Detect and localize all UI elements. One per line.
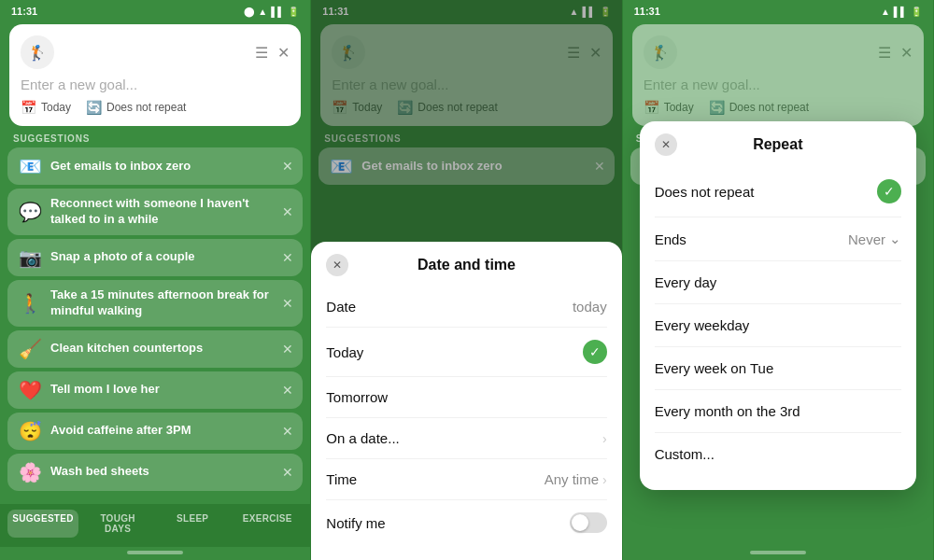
panel-middle: 11:31 ▲ ▌▌ 🔋 🏌️ ☰ ✕ Enter a new goal... … bbox=[311, 0, 622, 560]
close-icon-r: ✕ bbox=[900, 44, 913, 62]
suggestion-text-5: Tell mom I love her bbox=[50, 382, 160, 398]
does-not-repeat-check-icon: ✓ bbox=[877, 179, 901, 203]
repeat-ends-row[interactable]: Ends Never ⌄ bbox=[655, 217, 901, 261]
suggestion-close-0[interactable]: ✕ bbox=[282, 159, 293, 174]
home-indicator-right bbox=[750, 551, 806, 554]
suggestion-text-4: Clean kitchen countertops bbox=[50, 341, 203, 357]
suggestion-close-2[interactable]: ✕ bbox=[282, 250, 293, 265]
ends-chevron-icon: ⌄ bbox=[889, 231, 901, 247]
status-bar-right: 11:31 ▲ ▌▌ 🔋 bbox=[623, 0, 933, 21]
goal-input-r: Enter a new goal... bbox=[644, 75, 913, 94]
suggestion-close-4[interactable]: ✕ bbox=[282, 342, 293, 357]
goal-date-label-r: Today bbox=[664, 101, 694, 114]
goal-input[interactable]: Enter a new goal... bbox=[21, 75, 290, 94]
goal-flag-icon: 🏌️ bbox=[21, 35, 54, 69]
repeat-does-not-repeat[interactable]: Does not repeat ✓ bbox=[655, 166, 901, 217]
repeat-custom[interactable]: Custom... bbox=[655, 433, 901, 475]
suggestion-item-7[interactable]: 🌸 Wash bed sheets ✕ bbox=[7, 454, 303, 491]
tomorrow-label: Tomorrow bbox=[326, 389, 388, 405]
modal-row-tomorrow[interactable]: Tomorrow bbox=[326, 377, 606, 418]
goal-card-header-r: 🏌️ ☰ ✕ bbox=[644, 35, 913, 69]
custom-label: Custom... bbox=[655, 446, 715, 462]
battery-icon-r: 🔋 bbox=[911, 7, 922, 17]
list-icon[interactable]: ☰ bbox=[255, 44, 268, 62]
repeat-every-month[interactable]: Every month on the 3rd bbox=[655, 390, 901, 433]
goal-card-left[interactable]: 🏌️ ☰ ✕ Enter a new goal... 📅 Today 🔄 Doe… bbox=[9, 24, 301, 126]
suggestion-left-1: 💬 Reconnect with someone I haven't talke… bbox=[17, 196, 275, 228]
suggestion-close-1[interactable]: ✕ bbox=[282, 204, 293, 219]
bluetooth-icon: ⬤ bbox=[244, 7, 254, 17]
repeat-modal-header: ✕ Repeat bbox=[655, 136, 901, 153]
repeat-every-weekday[interactable]: Every weekday bbox=[655, 304, 901, 347]
suggestion-list-left: 📧 Get emails to inbox zero ✕ 💬 Reconnect… bbox=[0, 147, 310, 504]
on-date-chevron-icon: › bbox=[602, 431, 607, 446]
bottom-tabs-left: SUGGESTED TOUGH DAYS SLEEP EXERCISE bbox=[0, 504, 310, 547]
ends-value: Never ⌄ bbox=[848, 231, 901, 247]
goal-card-actions: ☰ ✕ bbox=[255, 44, 290, 62]
suggestion-emoji-0: 📧 bbox=[17, 155, 43, 177]
battery-icon: 🔋 bbox=[288, 7, 299, 17]
tab-tough-days[interactable]: TOUGH DAYS bbox=[82, 510, 153, 538]
suggestion-text-7: Wash bed sheets bbox=[50, 464, 149, 480]
suggestion-item-5[interactable]: ❤️ Tell mom I love her ✕ bbox=[7, 371, 303, 409]
suggestion-item-3[interactable]: 🚶 Take a 15 minutes afternoon break for … bbox=[7, 280, 303, 327]
status-icons-right: ▲ ▌▌ 🔋 bbox=[881, 7, 922, 17]
every-month-label: Every month on the 3rd bbox=[655, 403, 800, 419]
repeat-every-day[interactable]: Every day bbox=[655, 261, 901, 304]
every-day-label: Every day bbox=[655, 274, 717, 290]
suggestion-close-3[interactable]: ✕ bbox=[282, 296, 293, 311]
wifi-icon-r: ▲ bbox=[881, 7, 890, 17]
goal-date-label: Today bbox=[41, 101, 71, 114]
modal-close-button[interactable]: ✕ bbox=[326, 254, 348, 276]
tab-exercise[interactable]: EXERCISE bbox=[232, 510, 303, 538]
notify-label: Notify me bbox=[326, 515, 385, 531]
tab-suggested[interactable]: SUGGESTED bbox=[7, 510, 78, 538]
suggestion-close-5[interactable]: ✕ bbox=[282, 383, 293, 398]
close-icon[interactable]: ✕ bbox=[277, 44, 290, 62]
suggestion-close-6[interactable]: ✕ bbox=[282, 424, 293, 439]
suggestion-left-6: 😴 Avoid caffeine after 3PM bbox=[17, 420, 275, 442]
today-check-icon: ✓ bbox=[583, 340, 607, 364]
notify-toggle[interactable] bbox=[570, 512, 607, 533]
goal-repeat-r: 🔄 Does not repeat bbox=[709, 100, 809, 115]
repeat-modal-title: Repeat bbox=[753, 136, 802, 153]
every-weekday-label: Every weekday bbox=[655, 317, 750, 333]
goal-card-right: 🏌️ ☰ ✕ Enter a new goal... 📅 Today 🔄 Doe… bbox=[632, 24, 924, 126]
panel-right: 11:31 ▲ ▌▌ 🔋 🏌️ ☰ ✕ Enter a new goal... … bbox=[623, 0, 934, 560]
suggestion-text-0: Get emails to inbox zero bbox=[50, 159, 191, 175]
goal-date[interactable]: 📅 Today bbox=[21, 100, 71, 115]
goal-repeat-label-r: Does not repeat bbox=[729, 101, 809, 114]
goal-repeat[interactable]: 🔄 Does not repeat bbox=[86, 100, 186, 115]
on-date-label: On a date... bbox=[326, 430, 399, 446]
time-chevron-icon: › bbox=[602, 472, 607, 487]
date-label: Date bbox=[326, 299, 356, 315]
modal-row-today[interactable]: Today ✓ bbox=[326, 328, 606, 377]
status-icons-left: ⬤ ▲ ▌▌ 🔋 bbox=[244, 7, 299, 17]
suggestion-item-6[interactable]: 😴 Avoid caffeine after 3PM ✕ bbox=[7, 413, 303, 450]
suggestion-item-1[interactable]: 💬 Reconnect with someone I haven't talke… bbox=[7, 189, 303, 235]
panel-left: 11:31 ⬤ ▲ ▌▌ 🔋 🏌️ ☰ ✕ Enter a new goal..… bbox=[0, 0, 311, 560]
ends-value-text: Never bbox=[848, 231, 885, 247]
suggestion-left-4: 🧹 Clean kitchen countertops bbox=[17, 338, 275, 360]
ends-label: Ends bbox=[655, 231, 686, 247]
modal-header-datetime: ✕ Date and time bbox=[326, 257, 606, 273]
repeat-every-week-tue[interactable]: Every week on Tue bbox=[655, 347, 901, 390]
time-label: Time bbox=[326, 471, 357, 487]
suggestion-close-7[interactable]: ✕ bbox=[282, 465, 293, 480]
modal-row-time[interactable]: Time Any time › bbox=[326, 459, 606, 500]
calendar-icon: 📅 bbox=[21, 100, 36, 115]
repeat-modal-close-button[interactable]: ✕ bbox=[655, 133, 677, 156]
modal-row-on-date[interactable]: On a date... › bbox=[326, 418, 606, 459]
suggestion-text-1: Reconnect with someone I haven't talked … bbox=[50, 196, 275, 228]
goal-meta-r: 📅 Today 🔄 Does not repeat bbox=[644, 100, 913, 115]
tab-sleep[interactable]: SLEEP bbox=[157, 510, 228, 538]
suggestion-item-4[interactable]: 🧹 Clean kitchen countertops ✕ bbox=[7, 330, 303, 368]
suggestion-item-0[interactable]: 📧 Get emails to inbox zero ✕ bbox=[7, 147, 303, 185]
suggestion-emoji-5: ❤️ bbox=[17, 379, 43, 401]
wifi-icon: ▲ bbox=[258, 7, 267, 17]
suggestion-emoji-7: 🌸 bbox=[17, 461, 43, 483]
list-icon-r: ☰ bbox=[878, 44, 891, 62]
status-bar-left: 11:31 ⬤ ▲ ▌▌ 🔋 bbox=[0, 0, 310, 21]
repeat-icon-r: 🔄 bbox=[709, 100, 725, 115]
suggestion-item-2[interactable]: 📷 Snap a photo of a couple ✕ bbox=[7, 239, 303, 276]
